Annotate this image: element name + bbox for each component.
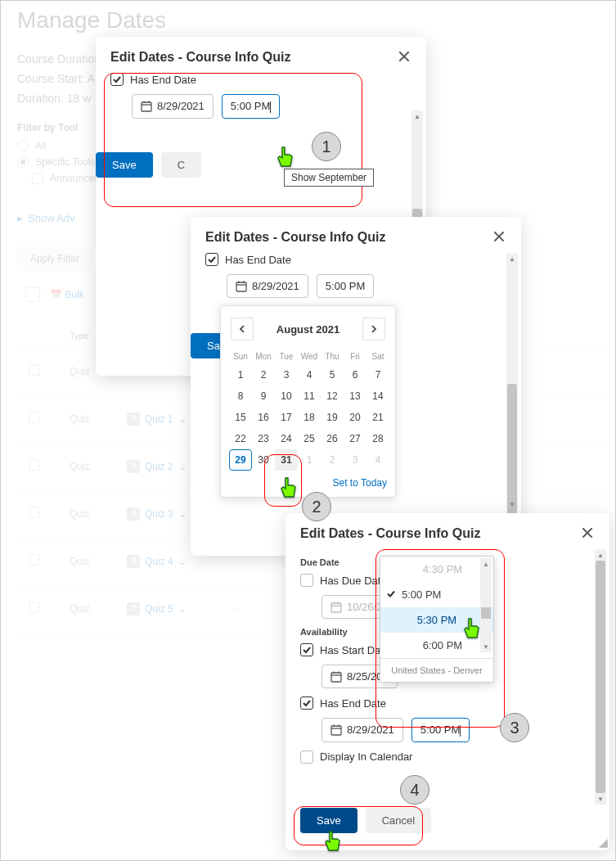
cal-day[interactable]: 18 xyxy=(298,407,321,428)
cal-day[interactable]: 11 xyxy=(298,385,321,407)
cal-day[interactable]: 14 xyxy=(366,385,389,407)
has-end-date-label: Has End Date xyxy=(225,254,291,266)
cal-day[interactable]: 21 xyxy=(366,407,389,428)
cal-day-other-month[interactable]: 4 xyxy=(366,449,389,471)
cancel-button[interactable]: Cancel xyxy=(366,808,431,833)
cal-day[interactable]: 15 xyxy=(229,407,252,428)
calendar-icon xyxy=(330,602,342,613)
time-option[interactable]: 6:00 PM xyxy=(380,633,493,658)
scrollbar[interactable]: ▲ ▼ xyxy=(506,253,518,510)
cal-day[interactable]: 19 xyxy=(321,407,344,428)
end-date-input[interactable]: 8/29/2021 xyxy=(227,274,308,298)
scroll-thumb[interactable] xyxy=(481,607,491,619)
scroll-up-icon[interactable]: ▲ xyxy=(596,549,605,561)
cal-day-header: Tue xyxy=(275,349,298,364)
cal-day[interactable]: 5 xyxy=(321,364,344,385)
cal-day[interactable]: 20 xyxy=(344,407,366,428)
scroll-thumb[interactable] xyxy=(507,384,517,515)
has-end-date-label: Has End Date xyxy=(320,697,386,710)
time-option-highlighted[interactable]: 5:30 PM xyxy=(380,607,493,633)
cal-day[interactable]: 28 xyxy=(366,428,389,449)
scroll-down-icon[interactable]: ▼ xyxy=(480,641,492,652)
end-time-value: 5:00 PM xyxy=(420,724,460,736)
cal-day[interactable]: 30 xyxy=(252,449,275,471)
has-due-date-checkbox[interactable] xyxy=(300,574,313,587)
cal-day-header: Thu xyxy=(321,349,344,364)
cal-day-hover[interactable]: 31 xyxy=(275,449,298,471)
cal-day[interactable]: 4 xyxy=(298,364,321,385)
cal-day-other-month[interactable]: 3 xyxy=(344,449,366,471)
scroll-up-icon[interactable]: ▲ xyxy=(480,558,492,570)
next-month-button[interactable] xyxy=(362,318,385,340)
cal-day[interactable]: 13 xyxy=(344,385,366,407)
cal-day[interactable]: 7 xyxy=(366,364,389,385)
end-date-input[interactable]: 8/29/2021 xyxy=(132,94,214,119)
check-icon xyxy=(386,588,396,601)
date-picker-calendar-2: August 2021 SunMonTueWedThuFriSat 123456… xyxy=(220,305,396,498)
cal-day-header: Sat xyxy=(366,349,389,364)
set-to-today-link[interactable]: Set to Today xyxy=(229,477,387,489)
cal-day-header: Wed xyxy=(298,349,321,364)
cal-day[interactable]: 17 xyxy=(275,407,298,428)
cal-day-today[interactable]: 29 xyxy=(229,449,252,471)
dialog-title: Edit Dates - Course Info Quiz xyxy=(110,50,290,65)
scrollbar[interactable]: ▲ ▼ xyxy=(595,549,606,805)
time-option[interactable]: 4:30 PM xyxy=(380,557,493,582)
cal-day[interactable]: 6 xyxy=(344,364,366,385)
end-date-value: 8/29/2021 xyxy=(252,280,299,292)
cal-day[interactable]: 2 xyxy=(252,364,275,385)
scroll-up-icon[interactable]: ▲ xyxy=(412,110,422,122)
time-option-label: 5:00 PM xyxy=(402,588,441,601)
display-in-calendar-checkbox[interactable] xyxy=(300,751,313,764)
dialog-title: Edit Dates - Course Info Quiz xyxy=(205,230,385,245)
cal-day-header: Mon xyxy=(252,349,275,364)
cal-day[interactable]: 22 xyxy=(229,428,252,449)
cal-day[interactable]: 27 xyxy=(344,428,366,449)
cal-day[interactable]: 1 xyxy=(229,364,252,385)
end-time-input[interactable]: 5:00 PM xyxy=(317,274,374,298)
timezone-label: United States - Denver xyxy=(380,658,493,682)
step-number-3: 3 xyxy=(500,713,529,742)
resize-handle-icon[interactable]: ◢ xyxy=(599,836,608,849)
close-button[interactable] xyxy=(580,526,595,541)
prev-month-button[interactable] xyxy=(231,318,254,340)
cal-day[interactable]: 24 xyxy=(275,428,298,449)
scroll-down-icon[interactable]: ▼ xyxy=(507,498,517,510)
calendar-icon xyxy=(330,724,342,736)
svg-rect-16 xyxy=(331,726,341,735)
save-button[interactable]: Save xyxy=(96,152,153,178)
dropdown-scrollbar[interactable]: ▲ ▼ xyxy=(480,558,492,652)
cal-day-other-month[interactable]: 1 xyxy=(298,449,321,471)
scroll-thumb[interactable] xyxy=(596,561,605,793)
cal-day[interactable]: 26 xyxy=(321,428,344,449)
close-button[interactable] xyxy=(492,230,506,245)
time-option-current[interactable]: 5:00 PM xyxy=(380,582,493,607)
save-button[interactable]: Save xyxy=(300,808,357,833)
cal-day[interactable]: 25 xyxy=(298,428,321,449)
step-number-2: 2 xyxy=(302,492,331,521)
cal-day[interactable]: 12 xyxy=(321,385,344,407)
step-number-1: 1 xyxy=(312,132,341,161)
cal-day[interactable]: 23 xyxy=(252,428,275,449)
cal-day-header: Sun xyxy=(229,349,252,364)
cal-day[interactable]: 10 xyxy=(275,385,298,407)
has-start-date-checkbox[interactable] xyxy=(300,643,313,656)
cal-day[interactable]: 8 xyxy=(229,385,252,407)
scroll-down-icon[interactable]: ▼ xyxy=(596,793,605,805)
scroll-up-icon[interactable]: ▲ xyxy=(507,253,517,264)
svg-rect-12 xyxy=(331,673,341,682)
close-button[interactable] xyxy=(397,50,411,65)
cal-day[interactable]: 3 xyxy=(275,364,298,385)
has-end-date-checkbox[interactable] xyxy=(300,696,313,710)
has-end-date-checkbox[interactable] xyxy=(205,253,218,266)
cal-day[interactable]: 9 xyxy=(252,385,275,407)
has-due-date-label: Has Due Date xyxy=(320,575,387,587)
calendar-month-label: August 2021 xyxy=(277,323,339,336)
cal-day[interactable]: 16 xyxy=(252,407,275,428)
end-date-input[interactable]: 8/29/2021 xyxy=(321,718,403,742)
cancel-button-partial[interactable]: C xyxy=(161,152,201,178)
has-end-date-checkbox[interactable] xyxy=(110,73,124,86)
cal-day-other-month[interactable]: 2 xyxy=(321,449,344,471)
end-time-input[interactable]: 5:00 PM xyxy=(411,718,470,742)
end-time-input[interactable]: 5:00 PM xyxy=(222,94,280,119)
